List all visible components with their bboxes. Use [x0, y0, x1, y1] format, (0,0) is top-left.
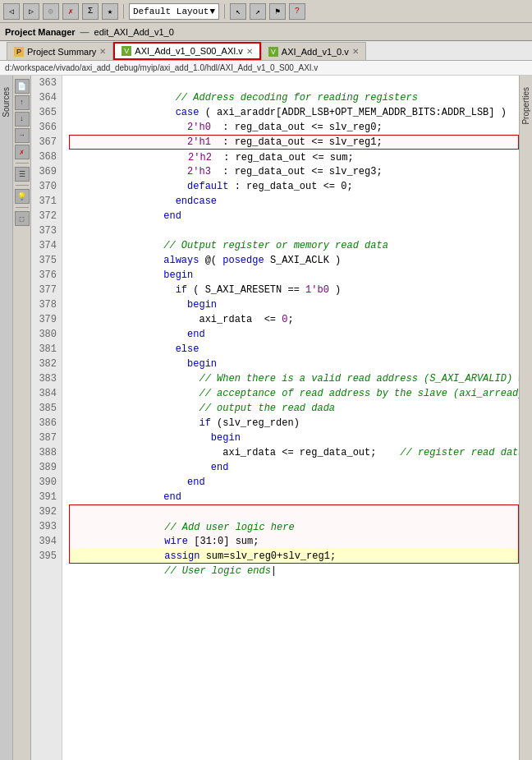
code-lines[interactable]: // Address decoding for reading register…	[62, 76, 519, 760]
ln-370: 370	[31, 179, 62, 194]
line-numbers: 363 364 365 366 367 368 369 370 371 372 …	[31, 76, 62, 760]
tab-close-s00[interactable]: ✕	[246, 47, 253, 56]
sidebar-icon-x[interactable]: ✗	[15, 145, 30, 159]
ln-373: 373	[31, 223, 62, 238]
ln-367: 367	[31, 135, 62, 150]
sources-label[interactable]: Sources	[0, 84, 12, 121]
ln-392: 392	[31, 504, 62, 519]
filepath-bar: d:/workspace/vivado/axi_add_debug/myip/a…	[0, 61, 532, 76]
sidebar-divider3	[16, 207, 29, 208]
sidebar-icon-block[interactable]: ⬚	[15, 211, 30, 226]
tab-page-icon: P	[14, 47, 24, 57]
ln-395: 395	[31, 549, 62, 564]
sidebar-icon-down[interactable]: ↓	[15, 112, 30, 127]
pm-subtitle: edit_AXI_Add_v1_0	[94, 27, 174, 37]
ln-382: 382	[31, 357, 62, 371]
ln-394: 394	[31, 534, 62, 549]
sidebar-icon-up[interactable]: ↑	[15, 95, 30, 110]
ln-368: 368	[31, 150, 62, 164]
toolbar-icon-build[interactable]: ⚙	[43, 3, 59, 20]
filepath-text: d:/workspace/vivado/axi_add_debug/myip/a…	[5, 63, 318, 72]
sidebar-divider1	[16, 163, 29, 164]
ln-383: 383	[31, 371, 62, 386]
toolbar-separator2	[224, 4, 225, 19]
toolbar-icon-flag[interactable]: ⚑	[269, 3, 286, 20]
left-vertical-panel: Sources	[0, 76, 13, 760]
tab-axi-v10-label: AXI_Add_v1_0.v	[282, 47, 349, 57]
sidebar-icon-source[interactable]: 📄	[15, 79, 30, 94]
ln-385: 385	[31, 401, 62, 416]
ln-389: 389	[31, 460, 62, 475]
sidebar-icon-arrow3[interactable]: →	[15, 128, 30, 143]
ln-387: 387	[31, 431, 62, 445]
ln-364: 364	[31, 90, 62, 105]
toolbar-separator	[123, 4, 124, 19]
sidebar-icon-list[interactable]: ☰	[15, 167, 30, 182]
ln-374: 374	[31, 238, 62, 253]
ln-369: 369	[31, 164, 62, 179]
tab-v-icon-v10: V	[268, 47, 278, 57]
tab-v-icon-s00: V	[122, 46, 131, 56]
code-line-363: // Address decoding for reading register…	[69, 76, 519, 90]
tab-axi-s00-label: AXI_Add_v1_0_S00_AXI.v	[135, 46, 242, 56]
right-vertical-panel: Properties	[519, 76, 532, 760]
main-area: Sources 📄 ↑ ↓ → ✗ ☰ 💡 ⬚ 363 364 365 366 …	[0, 76, 532, 760]
toolbar-icon-back[interactable]: ◁	[3, 3, 20, 20]
ln-363: 363	[31, 76, 62, 90]
tab-axi-v10[interactable]: V AXI_Add_v1_0.v ✕	[261, 42, 366, 60]
ln-381: 381	[31, 342, 62, 357]
ln-380: 380	[31, 327, 62, 342]
left-sidebar: 📄 ↑ ↓ → ✗ ☰ 💡 ⬚	[13, 76, 31, 760]
toolbar-icon-hand[interactable]: ↗	[250, 3, 266, 20]
code-area: 363 364 365 366 367 368 369 370 371 372 …	[31, 76, 519, 760]
ln-379: 379	[31, 312, 62, 327]
layout-dropdown[interactable]: Default Layout ▼	[129, 3, 219, 20]
sidebar-divider2	[16, 185, 29, 186]
ln-384: 384	[31, 386, 62, 401]
ln-372: 372	[31, 209, 62, 223]
code-container: 363 364 365 366 367 368 369 370 371 372 …	[31, 76, 519, 760]
toolbar-icon-star[interactable]: ★	[102, 3, 118, 20]
ln-386: 386	[31, 416, 62, 431]
ln-393: 393	[31, 519, 62, 534]
toolbar-icon-cursor[interactable]: ↖	[230, 3, 246, 20]
tab-axi-add-s00[interactable]: V AXI_Add_v1_0_S00_AXI.v ✕	[113, 42, 260, 60]
ln-375: 375	[31, 253, 62, 268]
toolbar-icon-help[interactable]: ?	[289, 3, 305, 20]
tab-bar: P Project Summary ✕ V AXI_Add_v1_0_S00_A…	[0, 41, 532, 61]
ln-390: 390	[31, 475, 62, 490]
toolbar-icon-fwd[interactable]: ▷	[23, 3, 39, 20]
ln-371: 371	[31, 194, 62, 209]
ln-376: 376	[31, 268, 62, 283]
pm-header: Project Manager — edit_AXI_Add_v1_0	[0, 23, 532, 41]
ln-365: 365	[31, 105, 62, 120]
tab-project-summary[interactable]: P Project Summary ✕	[7, 42, 113, 60]
toolbar: ◁ ▷ ⚙ ✗ Σ ★ Default Layout ▼ ↖ ↗ ⚑ ?	[0, 0, 532, 23]
code-line-373: // Output register or memory read data	[69, 223, 519, 238]
properties-label[interactable]: Properties	[520, 84, 532, 128]
tab-project-summary-label: Project Summary	[27, 47, 96, 57]
ln-391: 391	[31, 490, 62, 504]
toolbar-icon-x[interactable]: ✗	[62, 3, 79, 20]
sidebar-icon-bulb[interactable]: 💡	[15, 189, 30, 204]
tab-close-v10[interactable]: ✕	[352, 47, 359, 56]
toolbar-icon-sum[interactable]: Σ	[82, 3, 99, 20]
ln-366: 366	[31, 120, 62, 135]
pm-title: Project Manager	[5, 27, 76, 37]
code-line-392: // Add user logic here	[69, 504, 519, 519]
pm-separator: —	[80, 27, 89, 37]
ln-378: 378	[31, 297, 62, 312]
layout-label: Default Layout	[133, 7, 209, 16]
ln-388: 388	[31, 445, 62, 460]
ln-377: 377	[31, 283, 62, 297]
tab-close-project-summary[interactable]: ✕	[99, 47, 106, 56]
